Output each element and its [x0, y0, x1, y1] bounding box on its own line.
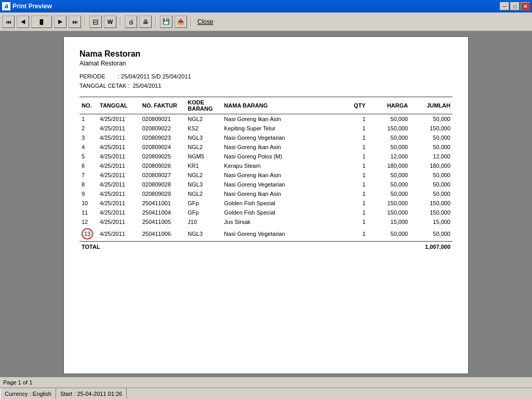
- col-nama: NAMA BARANG: [222, 97, 343, 114]
- currency-section: Currency : English: [0, 388, 56, 399]
- status-bar-1: Page 1 of 1: [0, 376, 532, 388]
- cell-harga: 180,000: [368, 161, 410, 170]
- total-row: TOTAL1,007,000: [79, 242, 453, 252]
- cell-harga: 50,000: [368, 227, 410, 242]
- status-bar-2: Currency : English Start : 25-04-2011 01…: [0, 388, 532, 399]
- table-row: 134/25/2011250411006NGL3Nasi Goreng Vege…: [79, 227, 453, 242]
- cell-faktur: 020809026: [140, 161, 186, 170]
- cell-no: 12: [79, 217, 98, 227]
- zoom-in-button[interactable]: W: [104, 16, 116, 28]
- cell-harga: 50,000: [368, 189, 410, 198]
- cell-no: 11: [79, 208, 98, 217]
- periode-label: PERIODE: [79, 73, 105, 79]
- col-no: NO.: [79, 97, 98, 114]
- cell-nama: Nasi Goreng Ikan Asin: [222, 142, 343, 152]
- cell-tanggal: 4/25/2011: [98, 133, 140, 142]
- table-row: 14/25/2011020809021NGL2Nasi Goreng Ikan …: [79, 114, 453, 124]
- minimize-button[interactable]: ─: [500, 2, 509, 10]
- separator-3: [155, 17, 156, 27]
- restaurant-name: Nama Restoran: [79, 49, 453, 59]
- first-page-button[interactable]: ⏮: [2, 16, 15, 28]
- cell-no: 8: [79, 180, 98, 189]
- cell-kode: NGL3: [185, 133, 222, 142]
- cell-harga: 150,000: [368, 198, 410, 208]
- cell-nama: Nasi Goreng Polos (M): [222, 152, 343, 161]
- cell-harga: 150,000: [368, 124, 410, 133]
- cell-no: 1: [79, 114, 98, 124]
- separator-1: [85, 17, 86, 27]
- cell-nama: Nasi Goreng Ikan Asin: [222, 189, 343, 198]
- cell-nama: Nasi Goreng Ikan Asin: [222, 114, 343, 124]
- cell-jumlah: 180,000: [410, 161, 453, 170]
- cell-nama: Kerapu Steam: [222, 161, 343, 170]
- zoom-out-button[interactable]: ⊟: [89, 16, 102, 28]
- cell-harga: 50,000: [368, 180, 410, 189]
- title-bar: 🖨 Print Preview ─ □ ✕: [0, 0, 532, 12]
- cell-harga: 12,000: [368, 152, 410, 161]
- cell-jumlah: 50,000: [410, 180, 453, 189]
- cell-tanggal: 4/25/2011: [98, 198, 140, 208]
- print-button[interactable]: 🖨: [125, 16, 137, 28]
- cell-no: 4: [79, 142, 98, 152]
- next-page-button[interactable]: ▶: [54, 16, 66, 28]
- cell-harga: 150,000: [368, 208, 410, 217]
- save-button[interactable]: 💾: [160, 16, 172, 28]
- cell-faktur: 250411005: [140, 217, 186, 227]
- cell-qty: 1: [343, 180, 368, 189]
- tanggal-label: TANGGAL CETAK :: [79, 83, 129, 89]
- col-faktur: NO. FAKTUR: [140, 97, 186, 114]
- cell-tanggal: 4/25/2011: [98, 170, 140, 180]
- cell-qty: 1: [343, 124, 368, 133]
- export-button[interactable]: 📤: [175, 16, 187, 28]
- cell-qty: 1: [343, 227, 368, 242]
- prev-page-button[interactable]: ◀: [17, 16, 29, 28]
- cell-nama: Golden Fish Special: [222, 208, 343, 217]
- page-container[interactable]: Nama Restoran Alamat Restoran PERIODE : …: [0, 31, 532, 376]
- table-row: 64/25/2011020809026KR1Kerapu Steam1180,0…: [79, 161, 453, 170]
- circled-number: 13: [82, 228, 93, 240]
- cell-tanggal: 4/25/2011: [98, 152, 140, 161]
- cell-tanggal: 4/25/2011: [98, 180, 140, 189]
- cell-no: 6: [79, 161, 98, 170]
- start-section: Start : 25-04-2011 01:26: [56, 388, 127, 399]
- periode-value: : 25/04/2011 S/D 25/04/2011: [118, 73, 191, 79]
- cell-faktur: 250411004: [140, 208, 186, 217]
- cell-faktur: 020809027: [140, 170, 186, 180]
- currency-label: Currency : English: [5, 391, 51, 397]
- cell-no: 9: [79, 189, 98, 198]
- cell-faktur: 250411001: [140, 198, 186, 208]
- cell-nama: Golden Fish Special: [222, 198, 343, 208]
- cell-tanggal: 4/25/2011: [98, 124, 140, 133]
- start-label: Start : 25-04-2011 01:26: [60, 391, 122, 397]
- total-label: TOTAL: [79, 242, 410, 252]
- table-row: 24/25/2011020809022KS2Kepiting Super Tel…: [79, 124, 453, 133]
- table-row: 74/25/2011020809027NGL2Nasi Goreng Ikan …: [79, 170, 453, 180]
- cell-jumlah: 150,000: [410, 198, 453, 208]
- cell-jumlah: 50,000: [410, 133, 453, 142]
- cell-kode: KS2: [185, 124, 222, 133]
- cell-qty: 1: [343, 208, 368, 217]
- cell-tanggal: 4/25/2011: [98, 142, 140, 152]
- maximize-button[interactable]: □: [510, 2, 520, 10]
- cell-faktur: 020809025: [140, 152, 186, 161]
- close-link[interactable]: Close: [195, 17, 216, 26]
- cell-no: 13: [79, 227, 98, 242]
- print-options-button[interactable]: 🖶: [139, 16, 152, 28]
- separator-4: [191, 17, 192, 27]
- cell-jumlah: 50,000: [410, 142, 453, 152]
- cell-harga: 50,000: [368, 142, 410, 152]
- cell-faktur: 020809028: [140, 180, 186, 189]
- cell-jumlah: 150,000: [410, 124, 453, 133]
- table-row: 84/25/2011020809028NGL3Nasi Goreng Veget…: [79, 180, 453, 189]
- close-window-button[interactable]: ✕: [521, 2, 530, 10]
- cell-no: 5: [79, 152, 98, 161]
- toolbar: ⏮ ◀ ▐▌ ▶ ⏭ ⊟ W 🖨 🖶 💾 📤 Close: [0, 12, 532, 31]
- cell-kode: GFp: [185, 198, 222, 208]
- cell-faktur: 020809021: [140, 114, 186, 124]
- last-page-button[interactable]: ⏭: [69, 16, 81, 28]
- page-indicator: ▐▌: [31, 16, 52, 28]
- cell-harga: 50,000: [368, 114, 410, 124]
- cell-kode: KR1: [185, 161, 222, 170]
- cell-tanggal: 4/25/2011: [98, 114, 140, 124]
- cell-nama: Nasi Goreng Ikan Asin: [222, 170, 343, 180]
